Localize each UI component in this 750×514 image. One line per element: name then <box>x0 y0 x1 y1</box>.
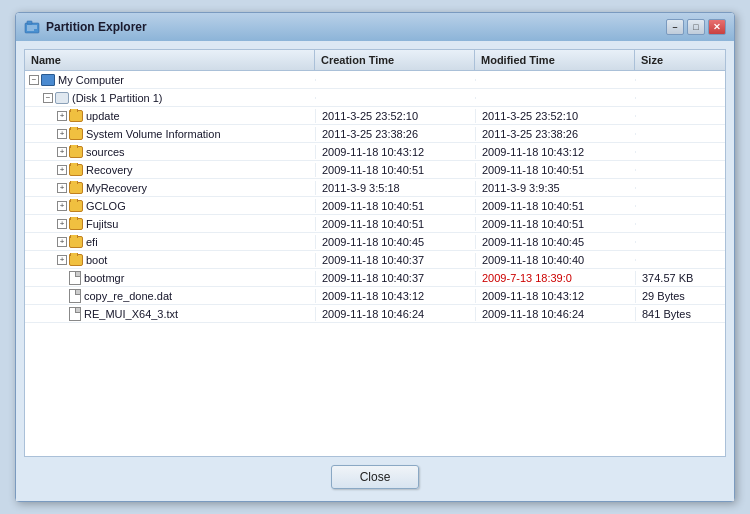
table-row[interactable]: +update2011-3-25 23:52:102011-3-25 23:52… <box>25 107 725 125</box>
file-table: Name Creation Time Modified Time Size −M… <box>24 49 726 457</box>
table-row[interactable]: +efi2009-11-18 10:40:452009-11-18 10:40:… <box>25 233 725 251</box>
file-icon <box>69 289 81 303</box>
disk-icon <box>55 92 69 104</box>
folder-icon <box>69 164 83 176</box>
modified-cell: 2009-11-18 10:40:51 <box>475 163 635 177</box>
name-cell: +MyRecovery <box>25 181 315 195</box>
expand-plus-icon[interactable]: + <box>57 129 67 139</box>
modified-cell: 2009-11-18 10:40:51 <box>475 217 635 231</box>
expand-plus-icon[interactable]: + <box>57 201 67 211</box>
size-cell <box>635 133 725 135</box>
modified-cell: 2009-11-18 10:46:24 <box>475 307 635 321</box>
title-buttons: – □ ✕ <box>666 19 726 35</box>
size-cell: 841 Bytes <box>635 307 725 321</box>
close-button[interactable]: Close <box>331 465 420 489</box>
folder-icon <box>69 146 83 158</box>
size-cell <box>635 169 725 171</box>
modified-cell: 2009-11-18 10:43:12 <box>475 145 635 159</box>
table-row[interactable]: +GCLOG2009-11-18 10:40:512009-11-18 10:4… <box>25 197 725 215</box>
folder-icon <box>69 128 83 140</box>
window-title: Partition Explorer <box>46 20 147 34</box>
item-label: Fujitsu <box>86 218 118 230</box>
creation-cell: 2009-11-18 10:46:24 <box>315 307 475 321</box>
svg-rect-1 <box>27 21 32 24</box>
folder-icon <box>69 254 83 266</box>
creation-cell <box>315 79 475 81</box>
size-cell: 374.57 KB <box>635 271 725 285</box>
minimize-button[interactable]: – <box>666 19 684 35</box>
table-row[interactable]: copy_re_done.dat2009-11-18 10:43:122009-… <box>25 287 725 305</box>
item-label: (Disk 1 Partition 1) <box>72 92 162 104</box>
table-row[interactable]: RE_MUI_X64_3.txt2009-11-18 10:46:242009-… <box>25 305 725 323</box>
name-cell: RE_MUI_X64_3.txt <box>25 306 315 322</box>
table-row[interactable]: bootmgr2009-11-18 10:40:372009-7-13 18:3… <box>25 269 725 287</box>
table-row[interactable]: +System Volume Information2011-3-25 23:3… <box>25 125 725 143</box>
table-row[interactable]: +Recovery2009-11-18 10:40:512009-11-18 1… <box>25 161 725 179</box>
item-label: update <box>86 110 120 122</box>
name-cell: −(Disk 1 Partition 1) <box>25 91 315 105</box>
table-row[interactable]: +sources2009-11-18 10:43:122009-11-18 10… <box>25 143 725 161</box>
main-window: Partition Explorer – □ ✕ Name Creation T… <box>15 12 735 502</box>
modified-cell: 2009-11-18 10:43:12 <box>475 289 635 303</box>
name-cell: +Fujitsu <box>25 217 315 231</box>
creation-cell: 2009-11-18 10:40:51 <box>315 163 475 177</box>
item-label: copy_re_done.dat <box>84 290 172 302</box>
item-label: RE_MUI_X64_3.txt <box>84 308 178 320</box>
table-row[interactable]: +boot2009-11-18 10:40:372009-11-18 10:40… <box>25 251 725 269</box>
modified-cell: 2011-3-25 23:52:10 <box>475 109 635 123</box>
table-row[interactable]: −My Computer <box>25 71 725 89</box>
modified-cell <box>475 97 635 99</box>
title-bar-left: Partition Explorer <box>24 19 147 35</box>
content-area: Name Creation Time Modified Time Size −M… <box>16 41 734 501</box>
table-row[interactable]: +Fujitsu2009-11-18 10:40:512009-11-18 10… <box>25 215 725 233</box>
creation-cell: 2011-3-25 23:52:10 <box>315 109 475 123</box>
size-cell <box>635 241 725 243</box>
item-label: GCLOG <box>86 200 126 212</box>
col-modified: Modified Time <box>475 50 635 70</box>
title-bar: Partition Explorer – □ ✕ <box>16 13 734 41</box>
table-body: −My Computer−(Disk 1 Partition 1)+update… <box>25 71 725 323</box>
table-row[interactable]: +MyRecovery2011-3-9 3:5:182011-3-9 3:9:3… <box>25 179 725 197</box>
file-icon <box>69 307 81 321</box>
col-name: Name <box>25 50 315 70</box>
computer-icon <box>41 74 55 86</box>
creation-cell: 2009-11-18 10:40:51 <box>315 217 475 231</box>
expand-plus-icon[interactable]: + <box>57 111 67 121</box>
footer: Close <box>24 457 726 493</box>
expand-minus-icon[interactable]: − <box>29 75 39 85</box>
name-cell: −My Computer <box>25 73 315 87</box>
expand-plus-icon[interactable]: + <box>57 147 67 157</box>
expand-plus-icon[interactable]: + <box>57 219 67 229</box>
name-cell: +boot <box>25 253 315 267</box>
folder-icon <box>69 182 83 194</box>
creation-cell: 2009-11-18 10:40:37 <box>315 253 475 267</box>
size-cell <box>635 97 725 99</box>
folder-icon <box>69 236 83 248</box>
item-label: bootmgr <box>84 272 124 284</box>
expand-plus-icon[interactable]: + <box>57 255 67 265</box>
size-cell: 29 Bytes <box>635 289 725 303</box>
creation-cell: 2009-11-18 10:40:51 <box>315 199 475 213</box>
item-label: boot <box>86 254 107 266</box>
modified-cell: 2011-3-9 3:9:35 <box>475 181 635 195</box>
item-label: System Volume Information <box>86 128 221 140</box>
name-cell: +System Volume Information <box>25 127 315 141</box>
name-cell: +sources <box>25 145 315 159</box>
size-cell <box>635 151 725 153</box>
creation-cell <box>315 97 475 99</box>
maximize-button[interactable]: □ <box>687 19 705 35</box>
size-cell <box>635 79 725 81</box>
expand-plus-icon[interactable]: + <box>57 237 67 247</box>
name-cell: bootmgr <box>25 270 315 286</box>
name-cell: +efi <box>25 235 315 249</box>
window-close-button[interactable]: ✕ <box>708 19 726 35</box>
creation-cell: 2011-3-9 3:5:18 <box>315 181 475 195</box>
creation-cell: 2009-11-18 10:40:45 <box>315 235 475 249</box>
expand-plus-icon[interactable]: + <box>57 183 67 193</box>
expand-minus-icon[interactable]: − <box>43 93 53 103</box>
table-row[interactable]: −(Disk 1 Partition 1) <box>25 89 725 107</box>
folder-icon <box>69 218 83 230</box>
expand-plus-icon[interactable]: + <box>57 165 67 175</box>
creation-cell: 2009-11-18 10:40:37 <box>315 271 475 285</box>
modified-cell: 2009-11-18 10:40:40 <box>475 253 635 267</box>
